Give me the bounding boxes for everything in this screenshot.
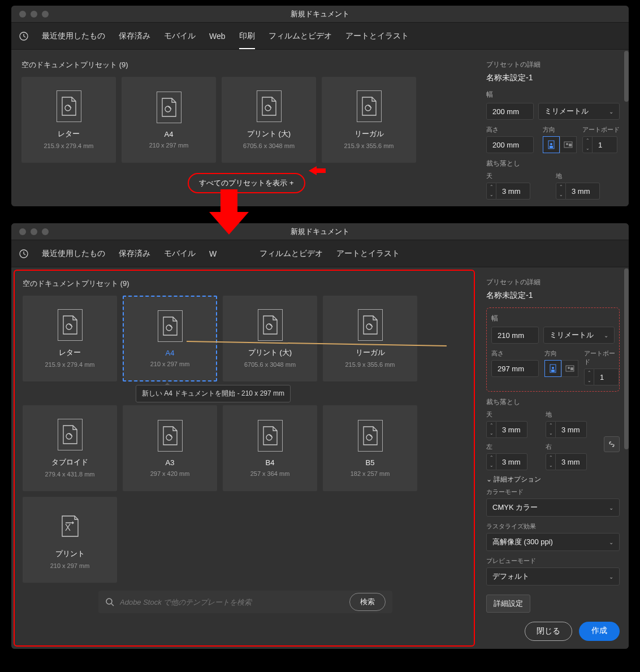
stock-search: 検索 <box>98 591 392 613</box>
preset-size: 257 x 364 mm <box>250 470 290 477</box>
tab-film[interactable]: フィルムとビデオ <box>260 241 323 267</box>
tab-film[interactable]: フィルムとビデオ <box>269 23 332 49</box>
width-input[interactable]: 200 mm <box>486 103 534 120</box>
preset-scrollbar[interactable] <box>624 267 629 649</box>
preset-card[interactable]: レター215.9 x 279.4 mm <box>23 296 117 381</box>
tab-web[interactable]: Web <box>209 24 226 49</box>
orientation-portrait-button[interactable] <box>544 360 561 377</box>
raster-select[interactable]: 高解像度 (300 ppi)⌄ <box>486 533 620 551</box>
preset-name-field[interactable]: 名称未設定-1 <box>486 291 620 301</box>
tab-art[interactable]: アートとイラスト <box>336 241 400 267</box>
bleed-right-spinner[interactable]: ⌃⌄ <box>546 453 556 470</box>
tab-mobile[interactable]: モバイル <box>164 241 196 267</box>
document-icon <box>262 425 279 446</box>
svg-point-15 <box>166 325 172 331</box>
height-input[interactable]: 200 mm <box>486 136 534 153</box>
bleed-top-input[interactable]: 3 mm <box>496 183 530 200</box>
document-icon <box>261 96 278 117</box>
unit-select[interactable]: ミリメートル⌄ <box>538 103 620 120</box>
close-button[interactable]: 閉じる <box>525 622 572 641</box>
new-document-dialog-expanded: 新規ドキュメント 最近使用したもの 保存済み モバイル W 印刷 フィルムとビデ… <box>11 223 629 649</box>
stock-search-button[interactable]: 検索 <box>349 593 386 611</box>
height-label: 高さ <box>486 125 537 134</box>
svg-rect-11 <box>569 144 572 146</box>
bleed-bottom-input[interactable]: 3 mm <box>556 421 587 438</box>
preset-name: リーガル <box>354 129 384 139</box>
preset-card[interactable]: プリント (大)6705.6 x 3048 mm <box>222 77 316 163</box>
tab-saved[interactable]: 保存済み <box>119 23 150 49</box>
preset-card[interactable]: B5182 x 257 mm <box>323 405 417 491</box>
svg-point-7 <box>550 143 552 145</box>
link-icon <box>608 440 616 448</box>
bleed-right-input[interactable]: 3 mm <box>556 453 587 470</box>
landscape-icon <box>565 365 574 372</box>
orientation-landscape-button[interactable] <box>561 360 578 377</box>
preset-card[interactable]: A4210 x 297 mm <box>122 77 216 163</box>
link-bleed-button[interactable] <box>604 436 620 452</box>
artboard-label: アートボード <box>584 349 619 366</box>
preset-card[interactable]: A3297 x 420 mm <box>123 405 217 491</box>
bleed-bottom-spinner[interactable]: ⌃⌄ <box>546 421 556 438</box>
minimize-window-icon[interactable] <box>31 11 37 18</box>
preset-scrollbar[interactable] <box>624 50 629 206</box>
annotation-arrow-icon <box>309 165 326 176</box>
tab-recent[interactable]: 最近使用したもの <box>42 23 105 49</box>
svg-point-19 <box>166 435 172 440</box>
bleed-top-input[interactable]: 3 mm <box>496 421 527 438</box>
width-input[interactable]: 210 mm <box>491 327 539 344</box>
bleed-bottom-spinner[interactable]: ⌃⌄ <box>556 183 566 200</box>
preset-card[interactable]: レター215.9 x 279.4 mm <box>21 77 116 163</box>
tab-mobile[interactable]: モバイル <box>164 23 196 49</box>
stock-search-input[interactable] <box>120 598 344 606</box>
preset-card[interactable]: プリント210 x 297 mm <box>23 497 117 583</box>
close-window-icon[interactable] <box>19 228 26 235</box>
preset-card[interactable]: タブロイド279.4 x 431.8 mm <box>23 405 117 491</box>
bleed-top-spinner[interactable]: ⌃⌄ <box>486 421 496 438</box>
preset-size: 215.9 x 279.4 mm <box>44 142 93 149</box>
maximize-window-icon[interactable] <box>42 11 49 18</box>
tab-web[interactable]: W <box>209 241 217 266</box>
preset-card[interactable]: B4257 x 364 mm <box>223 405 317 491</box>
bleed-bottom-input[interactable]: 3 mm <box>566 183 600 200</box>
artboard-spinner[interactable]: ⌃⌄ <box>584 368 594 385</box>
orientation-landscape-button[interactable] <box>560 136 577 153</box>
orientation-portrait-button[interactable] <box>543 136 560 153</box>
preset-card[interactable]: リーガル215.9 x 355.6 mm <box>323 296 417 381</box>
tab-art[interactable]: アートとイラスト <box>345 23 409 49</box>
artboard-count-input[interactable]: 1 <box>593 136 617 153</box>
preset-section-title: 空のドキュメントプリセット (9) <box>21 60 472 70</box>
preview-mode-select[interactable]: デフォルト⌄ <box>486 567 620 586</box>
window-controls <box>11 228 49 235</box>
svg-marker-5 <box>309 166 326 175</box>
maximize-window-icon[interactable] <box>42 228 49 235</box>
bleed-left-label: 左 <box>486 443 540 451</box>
color-mode-select[interactable]: CMYK カラー⌄ <box>486 498 620 517</box>
tab-recent[interactable]: 最近使用したもの <box>42 241 105 267</box>
preset-card[interactable]: プリント (大)6705.6 x 3048 mm <box>223 296 317 381</box>
tab-print[interactable]: 印刷 <box>239 23 255 49</box>
bleed-left-spinner[interactable]: ⌃⌄ <box>486 453 496 470</box>
preset-card[interactable]: リーガル215.9 x 355.6 mm <box>322 77 416 163</box>
preset-name-field[interactable]: 名称未設定-1 <box>486 73 620 83</box>
new-document-dialog-collapsed: 新規ドキュメント 最近使用したもの 保存済み モバイル Web 印刷 フィルムと… <box>11 6 629 206</box>
advanced-options-toggle[interactable]: ⌄ 詳細オプション <box>486 475 620 484</box>
artboard-count-input[interactable]: 1 <box>594 368 619 385</box>
bleed-top-spinner[interactable]: ⌃⌄ <box>486 183 496 200</box>
bleed-left-input[interactable]: 3 mm <box>496 453 527 470</box>
artboard-spinner[interactable]: ⌃⌄ <box>582 136 593 153</box>
minimize-window-icon[interactable] <box>31 228 37 235</box>
detailed-settings-button[interactable]: 詳細設定 <box>486 595 530 613</box>
category-tabs: 最近使用したもの 保存済み モバイル Web 印刷 フィルムとビデオ アートとイ… <box>11 23 629 50</box>
create-button[interactable]: 作成 <box>579 622 620 641</box>
height-input[interactable]: 297 mm <box>491 360 539 377</box>
document-icon <box>262 314 279 336</box>
close-window-icon[interactable] <box>19 11 26 18</box>
preset-size: 297 x 420 mm <box>150 470 190 477</box>
color-mode-label: カラーモード <box>486 488 620 496</box>
svg-point-1 <box>65 105 71 111</box>
svg-rect-8 <box>550 146 553 148</box>
preset-name: A3 <box>166 458 175 467</box>
tab-saved[interactable]: 保存済み <box>119 241 150 267</box>
unit-select[interactable]: ミリメートル⌄ <box>543 327 615 344</box>
preset-card[interactable]: A4210 x 297 mm <box>123 296 217 381</box>
